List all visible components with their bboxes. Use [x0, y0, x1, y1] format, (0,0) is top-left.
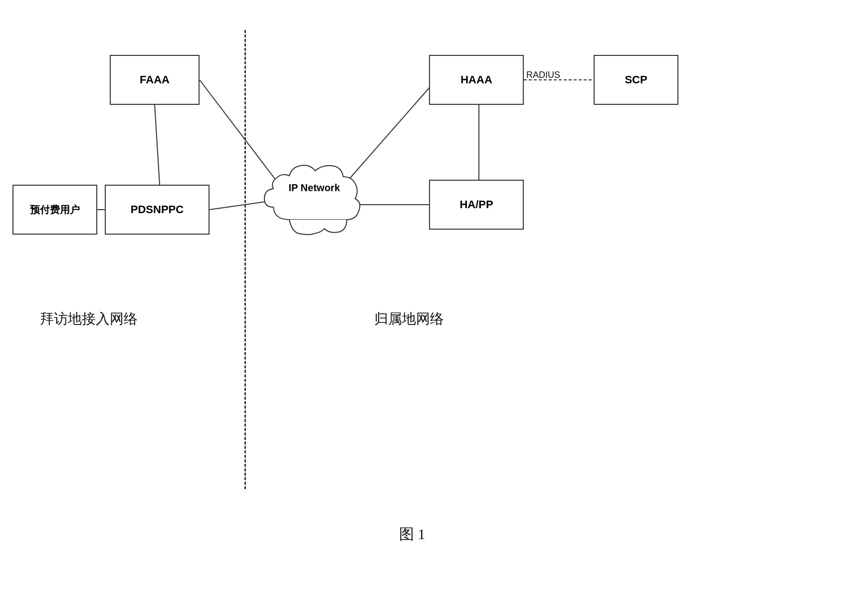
cloud-svg [259, 155, 369, 245]
right-network-label: 归属地网络 [374, 309, 444, 328]
figure-label: 图 1 [399, 524, 426, 545]
divider-line [244, 30, 246, 489]
left-network-label: 拜访地接入网络 [40, 309, 138, 328]
cloud-label: IP Network [274, 182, 354, 194]
faaa-label: FAAA [140, 73, 170, 86]
scp-box: SCP [594, 55, 678, 105]
happ-label: HA/PP [459, 198, 493, 211]
prepaid-box: 预付费用户 [12, 185, 97, 235]
svg-line-0 [155, 105, 160, 185]
pdsnppc-label: PDSNPPC [131, 203, 184, 216]
haaa-box: HAAA [429, 55, 524, 105]
diagram: FAAA PDSNPPC 预付费用户 HAAA SCP HA/PP RADIUS… [0, 0, 868, 603]
faaa-box: FAAA [110, 55, 200, 105]
happ-box: HA/PP [429, 180, 524, 230]
radius-label: RADIUS [526, 70, 560, 80]
prepaid-label: 预付费用户 [30, 203, 80, 217]
scp-label: SCP [625, 73, 647, 86]
pdsnppc-box: PDSNPPC [105, 185, 210, 235]
haaa-label: HAAA [460, 73, 492, 86]
cloud-shape: IP Network [259, 155, 369, 247]
